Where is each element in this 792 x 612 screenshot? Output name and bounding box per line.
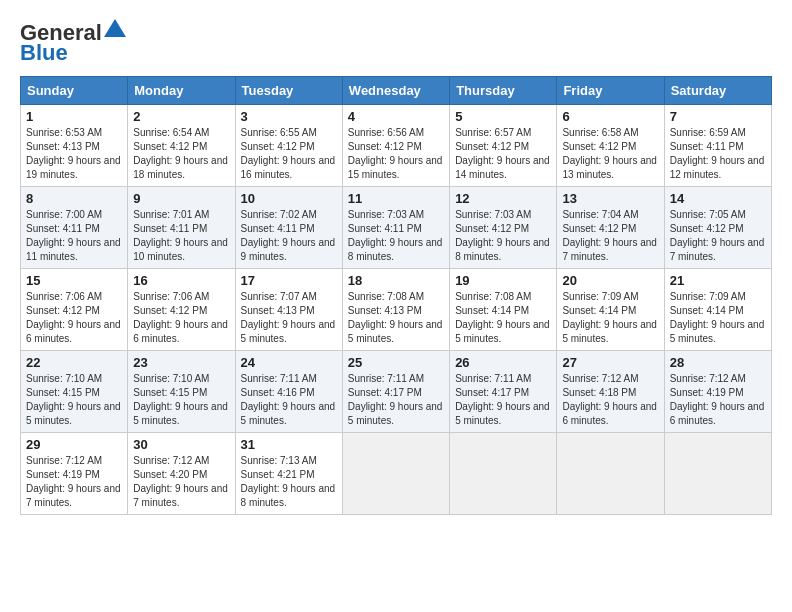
day-info: Sunrise: 7:03 AMSunset: 4:12 PMDaylight:…	[455, 209, 550, 262]
day-info: Sunrise: 7:12 AMSunset: 4:18 PMDaylight:…	[562, 373, 657, 426]
day-info: Sunrise: 7:11 AMSunset: 4:16 PMDaylight:…	[241, 373, 336, 426]
day-info: Sunrise: 7:12 AMSunset: 4:19 PMDaylight:…	[26, 455, 121, 508]
calendar-cell: 2 Sunrise: 6:54 AMSunset: 4:12 PMDayligh…	[128, 105, 235, 187]
day-number: 15	[26, 273, 122, 288]
calendar-cell: 12 Sunrise: 7:03 AMSunset: 4:12 PMDaylig…	[450, 187, 557, 269]
day-number: 17	[241, 273, 337, 288]
day-number: 20	[562, 273, 658, 288]
day-info: Sunrise: 7:00 AMSunset: 4:11 PMDaylight:…	[26, 209, 121, 262]
day-number: 21	[670, 273, 766, 288]
calendar-cell: 4 Sunrise: 6:56 AMSunset: 4:12 PMDayligh…	[342, 105, 449, 187]
calendar-cell: 7 Sunrise: 6:59 AMSunset: 4:11 PMDayligh…	[664, 105, 771, 187]
day-number: 4	[348, 109, 444, 124]
day-info: Sunrise: 7:04 AMSunset: 4:12 PMDaylight:…	[562, 209, 657, 262]
calendar-table: SundayMondayTuesdayWednesdayThursdayFrid…	[20, 76, 772, 515]
day-info: Sunrise: 7:12 AMSunset: 4:19 PMDaylight:…	[670, 373, 765, 426]
day-info: Sunrise: 7:06 AMSunset: 4:12 PMDaylight:…	[26, 291, 121, 344]
day-number: 2	[133, 109, 229, 124]
day-number: 8	[26, 191, 122, 206]
calendar-cell: 3 Sunrise: 6:55 AMSunset: 4:12 PMDayligh…	[235, 105, 342, 187]
svg-marker-0	[104, 19, 126, 37]
day-number: 7	[670, 109, 766, 124]
day-info: Sunrise: 7:08 AMSunset: 4:13 PMDaylight:…	[348, 291, 443, 344]
calendar-cell: 8 Sunrise: 7:00 AMSunset: 4:11 PMDayligh…	[21, 187, 128, 269]
logo-blue: Blue	[20, 40, 68, 66]
day-info: Sunrise: 7:09 AMSunset: 4:14 PMDaylight:…	[670, 291, 765, 344]
calendar-cell: 5 Sunrise: 6:57 AMSunset: 4:12 PMDayligh…	[450, 105, 557, 187]
calendar-header-tuesday: Tuesday	[235, 77, 342, 105]
day-info: Sunrise: 6:53 AMSunset: 4:13 PMDaylight:…	[26, 127, 121, 180]
day-number: 11	[348, 191, 444, 206]
day-number: 31	[241, 437, 337, 452]
calendar-header-wednesday: Wednesday	[342, 77, 449, 105]
calendar-cell: 15 Sunrise: 7:06 AMSunset: 4:12 PMDaylig…	[21, 269, 128, 351]
day-info: Sunrise: 7:03 AMSunset: 4:11 PMDaylight:…	[348, 209, 443, 262]
calendar-week-4: 22 Sunrise: 7:10 AMSunset: 4:15 PMDaylig…	[21, 351, 772, 433]
day-number: 23	[133, 355, 229, 370]
calendar-cell: 28 Sunrise: 7:12 AMSunset: 4:19 PMDaylig…	[664, 351, 771, 433]
calendar-cell	[450, 433, 557, 515]
calendar-cell: 22 Sunrise: 7:10 AMSunset: 4:15 PMDaylig…	[21, 351, 128, 433]
logo: General Blue	[20, 20, 126, 66]
calendar-cell: 10 Sunrise: 7:02 AMSunset: 4:11 PMDaylig…	[235, 187, 342, 269]
calendar-cell: 18 Sunrise: 7:08 AMSunset: 4:13 PMDaylig…	[342, 269, 449, 351]
calendar-week-5: 29 Sunrise: 7:12 AMSunset: 4:19 PMDaylig…	[21, 433, 772, 515]
day-number: 19	[455, 273, 551, 288]
calendar-cell: 17 Sunrise: 7:07 AMSunset: 4:13 PMDaylig…	[235, 269, 342, 351]
calendar-cell: 31 Sunrise: 7:13 AMSunset: 4:21 PMDaylig…	[235, 433, 342, 515]
day-info: Sunrise: 7:07 AMSunset: 4:13 PMDaylight:…	[241, 291, 336, 344]
day-number: 5	[455, 109, 551, 124]
day-number: 1	[26, 109, 122, 124]
day-number: 6	[562, 109, 658, 124]
day-info: Sunrise: 6:58 AMSunset: 4:12 PMDaylight:…	[562, 127, 657, 180]
day-info: Sunrise: 7:06 AMSunset: 4:12 PMDaylight:…	[133, 291, 228, 344]
calendar-header-row: SundayMondayTuesdayWednesdayThursdayFrid…	[21, 77, 772, 105]
calendar-cell: 29 Sunrise: 7:12 AMSunset: 4:19 PMDaylig…	[21, 433, 128, 515]
calendar-header-thursday: Thursday	[450, 77, 557, 105]
calendar-week-1: 1 Sunrise: 6:53 AMSunset: 4:13 PMDayligh…	[21, 105, 772, 187]
day-number: 12	[455, 191, 551, 206]
day-number: 27	[562, 355, 658, 370]
day-info: Sunrise: 6:56 AMSunset: 4:12 PMDaylight:…	[348, 127, 443, 180]
day-info: Sunrise: 7:10 AMSunset: 4:15 PMDaylight:…	[133, 373, 228, 426]
day-number: 18	[348, 273, 444, 288]
day-number: 16	[133, 273, 229, 288]
day-number: 3	[241, 109, 337, 124]
calendar-cell: 11 Sunrise: 7:03 AMSunset: 4:11 PMDaylig…	[342, 187, 449, 269]
day-info: Sunrise: 7:13 AMSunset: 4:21 PMDaylight:…	[241, 455, 336, 508]
calendar-cell: 13 Sunrise: 7:04 AMSunset: 4:12 PMDaylig…	[557, 187, 664, 269]
day-info: Sunrise: 7:09 AMSunset: 4:14 PMDaylight:…	[562, 291, 657, 344]
calendar-cell: 6 Sunrise: 6:58 AMSunset: 4:12 PMDayligh…	[557, 105, 664, 187]
calendar-week-3: 15 Sunrise: 7:06 AMSunset: 4:12 PMDaylig…	[21, 269, 772, 351]
day-info: Sunrise: 7:02 AMSunset: 4:11 PMDaylight:…	[241, 209, 336, 262]
calendar-cell: 21 Sunrise: 7:09 AMSunset: 4:14 PMDaylig…	[664, 269, 771, 351]
day-info: Sunrise: 6:54 AMSunset: 4:12 PMDaylight:…	[133, 127, 228, 180]
calendar-header-sunday: Sunday	[21, 77, 128, 105]
day-info: Sunrise: 7:11 AMSunset: 4:17 PMDaylight:…	[348, 373, 443, 426]
day-number: 25	[348, 355, 444, 370]
day-info: Sunrise: 7:08 AMSunset: 4:14 PMDaylight:…	[455, 291, 550, 344]
calendar-cell	[557, 433, 664, 515]
calendar-cell	[342, 433, 449, 515]
day-info: Sunrise: 7:12 AMSunset: 4:20 PMDaylight:…	[133, 455, 228, 508]
calendar-cell: 27 Sunrise: 7:12 AMSunset: 4:18 PMDaylig…	[557, 351, 664, 433]
day-number: 26	[455, 355, 551, 370]
day-number: 28	[670, 355, 766, 370]
calendar-cell	[664, 433, 771, 515]
calendar-header-friday: Friday	[557, 77, 664, 105]
day-info: Sunrise: 7:05 AMSunset: 4:12 PMDaylight:…	[670, 209, 765, 262]
logo-icon	[104, 19, 126, 37]
calendar-cell: 25 Sunrise: 7:11 AMSunset: 4:17 PMDaylig…	[342, 351, 449, 433]
day-number: 13	[562, 191, 658, 206]
day-number: 22	[26, 355, 122, 370]
calendar-cell: 1 Sunrise: 6:53 AMSunset: 4:13 PMDayligh…	[21, 105, 128, 187]
calendar-header-saturday: Saturday	[664, 77, 771, 105]
calendar-week-2: 8 Sunrise: 7:00 AMSunset: 4:11 PMDayligh…	[21, 187, 772, 269]
calendar-cell: 19 Sunrise: 7:08 AMSunset: 4:14 PMDaylig…	[450, 269, 557, 351]
day-info: Sunrise: 6:59 AMSunset: 4:11 PMDaylight:…	[670, 127, 765, 180]
calendar-cell: 16 Sunrise: 7:06 AMSunset: 4:12 PMDaylig…	[128, 269, 235, 351]
day-info: Sunrise: 6:57 AMSunset: 4:12 PMDaylight:…	[455, 127, 550, 180]
day-info: Sunrise: 7:10 AMSunset: 4:15 PMDaylight:…	[26, 373, 121, 426]
calendar-header-monday: Monday	[128, 77, 235, 105]
day-number: 10	[241, 191, 337, 206]
